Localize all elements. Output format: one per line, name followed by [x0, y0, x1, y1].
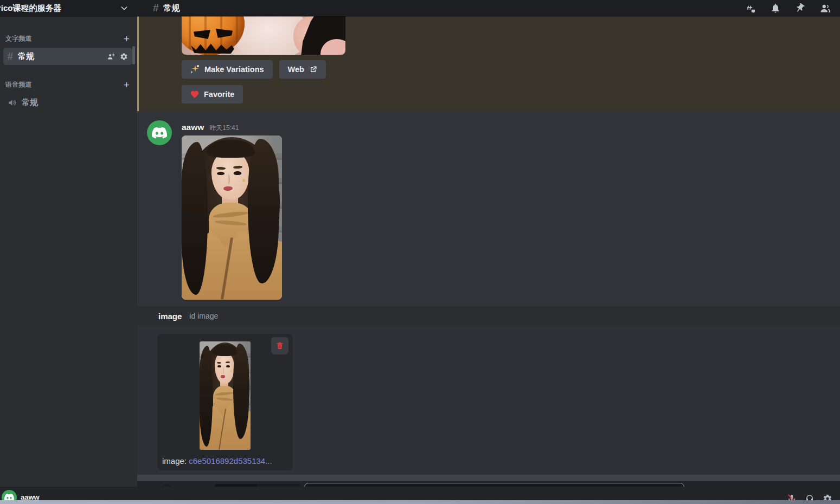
topbar-icons	[745, 0, 840, 16]
invite-people-icon[interactable]	[107, 53, 116, 61]
portrait-thumbnail[interactable]	[200, 341, 251, 450]
channel-header: # 常规	[137, 0, 745, 16]
input-top-separator	[137, 475, 840, 481]
text-channels-label: 文字频道	[5, 34, 32, 43]
sidebar-scrollbar[interactable]	[132, 46, 135, 64]
channel-settings-gear-icon[interactable]	[120, 53, 128, 61]
halloween-image-attachment[interactable]	[182, 16, 345, 55]
members-icon[interactable]	[819, 3, 831, 14]
used-command-context: image id image	[137, 306, 840, 326]
channel-sidebar: 文字频道 + # 常规 语音频道 + 常规	[0, 16, 137, 504]
channel-name: 常规	[22, 98, 128, 108]
text-channels-section[interactable]: 文字频道 +	[5, 34, 130, 44]
channel-title: 常规	[164, 3, 180, 14]
portrait-image-attachment[interactable]	[182, 135, 282, 300]
server-header[interactable]: rico课程的服务器	[0, 0, 137, 16]
sidebar-item-text-channel[interactable]: # 常规	[3, 48, 132, 65]
earring	[242, 179, 245, 182]
bell-icon[interactable]	[770, 3, 781, 14]
discord-app-window: rico课程的服务器 # 常规 文字频道	[0, 0, 840, 504]
voice-channels-label: 语音频道	[5, 80, 32, 89]
favorite-label: Favorite	[204, 90, 234, 99]
add-voice-channel-icon[interactable]: +	[124, 80, 130, 90]
threads-icon[interactable]	[745, 3, 756, 14]
bottom-edge-strip	[0, 500, 840, 504]
hash-icon: #	[153, 2, 159, 14]
hash-icon: #	[8, 51, 13, 62]
server-name: rico课程的服务器	[0, 3, 62, 14]
caption-label: image:	[162, 456, 187, 466]
add-text-channel-icon[interactable]: +	[124, 34, 130, 44]
caption-filename-link[interactable]: c6e5016892d535134...	[189, 456, 272, 466]
hair-left	[182, 142, 208, 295]
hair-right	[248, 139, 279, 283]
make-variations-button[interactable]: Make Variations	[182, 60, 273, 79]
bot-response-panel: image: c6e5016892d535134...	[137, 326, 840, 474]
favorite-button[interactable]: Favorite	[182, 85, 243, 104]
voice-channels-section[interactable]: 语音频道 +	[5, 80, 130, 90]
chat-area: Make Variations Web Favorite	[137, 16, 840, 504]
sidebar-item-voice-channel[interactable]: 常规	[3, 94, 132, 111]
image-embed-card: image: c6e5016892d535134...	[157, 334, 293, 470]
command-description: id image	[189, 312, 218, 320]
highlighted-message: Make Variations Web Favorite	[137, 16, 840, 111]
heart-icon	[190, 91, 199, 99]
trash-icon	[275, 341, 284, 350]
external-link-icon	[309, 66, 317, 74]
web-label: Web	[288, 65, 304, 74]
delete-image-button[interactable]	[271, 337, 288, 354]
image-caption: image: c6e5016892d535134...	[162, 456, 272, 466]
discord-logo-icon	[152, 127, 167, 139]
make-variations-label: Make Variations	[204, 65, 264, 74]
top-bar: rico课程的服务器 # 常规	[0, 0, 840, 16]
pin-icon[interactable]	[794, 3, 805, 14]
command-name: image	[158, 312, 182, 321]
message-timestamp: 昨天15:41	[209, 124, 239, 133]
channel-name: 常规	[18, 51, 102, 62]
chevron-down-icon[interactable]	[120, 4, 129, 12]
web-button[interactable]: Web	[279, 60, 326, 79]
sparkles-icon	[190, 65, 200, 74]
avatar[interactable]	[147, 120, 172, 145]
speaker-icon	[8, 98, 17, 107]
message-username[interactable]: aaww	[182, 122, 204, 132]
